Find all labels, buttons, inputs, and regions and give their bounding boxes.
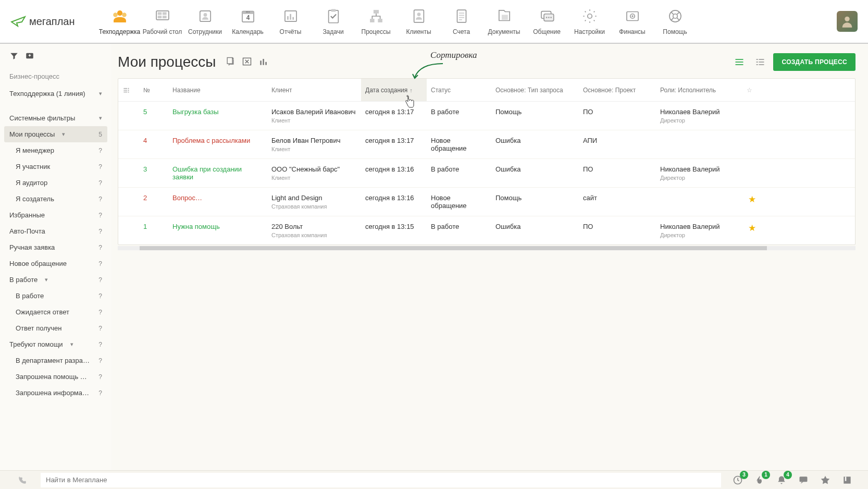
sidebar-item-4[interactable]: Я создатель?	[4, 191, 107, 207]
logo[interactable]: мегаплан	[10, 16, 75, 28]
nav-desktop[interactable]: Рабочий стол	[142, 1, 183, 42]
nav-chart[interactable]: Отчёты	[270, 1, 312, 42]
nav-calendar[interactable]: июнь4Календарь	[227, 1, 269, 42]
row-executor	[656, 137, 742, 152]
sidebar-item-5[interactable]: Избранные?	[4, 207, 107, 223]
sidebar-item-1[interactable]: Я менеджер?	[4, 142, 107, 158]
star-icon[interactable]	[819, 474, 832, 486]
footer: 3 1 4	[0, 470, 868, 489]
th-executor[interactable]: Роли: Исполнитель	[656, 87, 742, 94]
process-link[interactable]: Ошибка при создании заявки	[172, 165, 242, 181]
th-project[interactable]: Основное: Проект	[579, 87, 656, 94]
process-link[interactable]: Проблема с рассылками	[172, 137, 250, 144]
fire-icon[interactable]: 1	[753, 474, 766, 486]
create-process-button[interactable]: СОЗДАТЬ ПРОЦЕСС	[773, 53, 855, 71]
row-type: Ошибка	[491, 137, 579, 152]
avatar[interactable]	[837, 11, 858, 32]
nav-label: Настройки	[574, 28, 605, 35]
filter-icon[interactable]	[9, 51, 19, 62]
nav-settings[interactable]: Настройки	[569, 1, 611, 42]
th-client[interactable]: Клиент	[267, 87, 361, 94]
nav-users[interactable]: Техподдержка	[99, 1, 141, 42]
sidebar-item-10[interactable]: В работе?	[4, 288, 107, 304]
sidebar-filters-toggle[interactable]: Системные фильтры▾	[4, 110, 107, 126]
process-link[interactable]: Выгрузка базы	[172, 108, 219, 116]
nav-docs[interactable]: Документы	[483, 1, 525, 42]
nav-clients[interactable]: Клиенты	[398, 1, 440, 42]
sidebar: Бизнес-процесс Техподдержка (1 линия)▾ С…	[0, 44, 111, 470]
alert-icon[interactable]: 3	[731, 474, 744, 486]
svg-rect-40	[228, 58, 233, 64]
table-row[interactable]: 1Нужна помощь220 ВольтСтраховая компания…	[118, 216, 855, 244]
sidebar-item-15[interactable]: Запрошена помощь …?	[4, 369, 107, 385]
row-client: 220 ВольтСтраховая компания	[267, 223, 361, 238]
sidebar-item-16[interactable]: Запрошена информа…?	[4, 385, 107, 401]
row-star: ★	[742, 223, 761, 238]
bell-icon[interactable]: 4	[775, 474, 788, 486]
nav-chat[interactable]: Общение	[526, 1, 568, 42]
sidebar-bp-select[interactable]: Техподдержка (1 линия)▾	[4, 85, 107, 102]
table-row[interactable]: 3Ошибка при создании заявкиООО "Снежный …	[118, 159, 855, 188]
sidebar-item-label: Новое обращение	[9, 260, 67, 267]
sidebar-item-3[interactable]: Я аудитор?	[4, 175, 107, 191]
nav-finance[interactable]: Финансы	[612, 1, 653, 42]
table-head: № Название Клиент Дата создания↑ Статус …	[118, 79, 855, 102]
nav-label: Общение	[533, 28, 561, 35]
copy-icon[interactable]	[225, 56, 237, 68]
help-icon	[666, 7, 684, 25]
sidebar-item-9[interactable]: В работе▾?	[4, 272, 107, 288]
chevron-down-icon: ▾	[45, 276, 48, 283]
th-type[interactable]: Основное: Тип запроса	[491, 87, 579, 94]
th-star[interactable]: ☆	[742, 87, 761, 94]
process-link[interactable]: Вопрос…	[172, 194, 202, 202]
nav-staff[interactable]: Сотрудники	[184, 1, 226, 42]
nav-label: Клиенты	[406, 28, 431, 35]
add-filter-icon[interactable]	[25, 51, 34, 62]
sidebar-item-6[interactable]: Авто-Почта?	[4, 223, 107, 239]
sidebar-item-2[interactable]: Я участник?	[4, 158, 107, 175]
nav-process[interactable]: Процессы	[355, 1, 397, 42]
th-name[interactable]: Название	[168, 87, 267, 94]
svg-point-32	[587, 14, 592, 19]
row-name: Проблема с рассылками	[168, 137, 267, 152]
svg-point-0	[117, 10, 122, 16]
column-settings-button[interactable]	[118, 87, 139, 94]
process-link[interactable]: Нужна помощь	[172, 223, 220, 230]
row-project: ПО	[579, 108, 656, 124]
nav-help[interactable]: Помощь	[654, 1, 696, 42]
row-status: Новое обращение	[427, 137, 491, 152]
fire-badge: 1	[762, 471, 770, 479]
sidebar-item-8[interactable]: Новое обращение?	[4, 255, 107, 272]
chat-icon[interactable]	[797, 474, 810, 486]
main-nav: ТехподдержкаРабочий столСотрудникииюнь4К…	[99, 1, 696, 42]
view-list-icon[interactable]	[731, 54, 747, 70]
table-row[interactable]: 4Проблема с рассылкамиБелов Иван Петрови…	[118, 130, 855, 159]
th-num[interactable]: №	[139, 87, 168, 94]
bookmark-icon[interactable]	[841, 474, 853, 486]
sidebar-item-0[interactable]: Мои процессы▾5	[4, 126, 107, 142]
nav-label: Рабочий стол	[143, 28, 182, 35]
star-filled-icon[interactable]: ★	[748, 194, 756, 204]
sidebar-item-13[interactable]: Требуют помощи▾?	[4, 336, 107, 352]
sidebar-item-7[interactable]: Ручная заявка?	[4, 239, 107, 255]
sort-asc-icon: ↑	[410, 87, 413, 93]
svg-rect-46	[736, 62, 743, 63]
tasks-icon	[325, 7, 342, 25]
star-filled-icon[interactable]: ★	[748, 223, 756, 233]
phone-icon[interactable]	[4, 475, 41, 485]
excel-icon[interactable]	[242, 56, 253, 68]
global-search-input[interactable]	[41, 473, 721, 487]
sidebar-item-11[interactable]: Ожидается ответ?	[4, 304, 107, 320]
columns-icon[interactable]	[258, 56, 270, 68]
sidebar-item-12[interactable]: Ответ получен?	[4, 320, 107, 336]
sidebar-item-14[interactable]: В департамент разра…?	[4, 352, 107, 369]
th-status[interactable]: Статус	[427, 87, 491, 94]
view-detail-icon[interactable]	[752, 54, 768, 70]
row-executor	[656, 194, 742, 210]
nav-invoices[interactable]: Счета	[441, 1, 482, 42]
nav-tasks[interactable]: Задачи	[313, 1, 354, 42]
table-row[interactable]: 2Вопрос…Light and DesignСтраховая компан…	[118, 188, 855, 216]
bell-badge: 4	[784, 471, 792, 479]
table-row[interactable]: 5Выгрузка базыИсаков Валерий ИвановичКли…	[118, 102, 855, 130]
horizontal-scrollbar[interactable]	[118, 246, 855, 250]
